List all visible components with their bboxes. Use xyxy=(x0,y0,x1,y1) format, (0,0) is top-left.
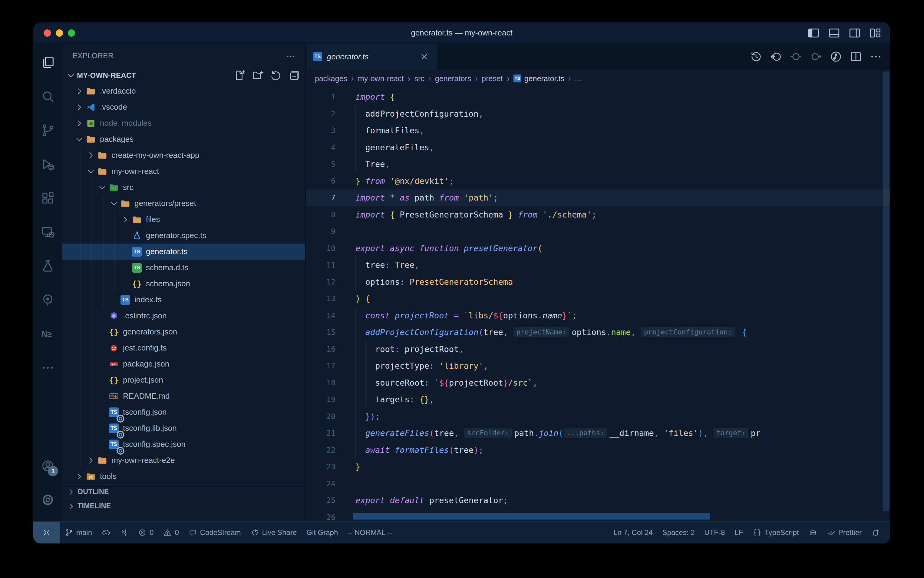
timeline-section[interactable]: TIMELINE xyxy=(62,498,305,513)
git-graph-view-button[interactable] xyxy=(830,50,842,63)
chevron-right-icon[interactable] xyxy=(86,455,97,466)
tab-generator-ts[interactable]: TS generator.ts xyxy=(306,44,437,70)
tree-item-generators-json[interactable]: {}generators.json xyxy=(62,324,305,340)
tree-item-node-modules[interactable]: JSnode_modules xyxy=(62,115,305,131)
status-problems-warnings[interactable]: 0 xyxy=(159,522,183,544)
tree-item-generator-spec-ts[interactable]: generator.spec.ts xyxy=(62,227,305,244)
chevron-down-icon[interactable] xyxy=(97,182,108,193)
new-file-button[interactable] xyxy=(234,69,246,81)
status-prettier[interactable]: Prettier xyxy=(822,522,866,544)
breadcrumb-item-generators[interactable]: generators xyxy=(435,74,471,83)
tree-item-package-json[interactable]: npmpackage.json xyxy=(62,356,305,372)
status-copilot[interactable] xyxy=(804,522,822,544)
activity-item-remote-explorer[interactable] xyxy=(33,215,62,249)
chevron-right-icon[interactable] xyxy=(74,471,86,482)
workspace-section-header[interactable]: MY-OWN-REACT xyxy=(62,68,305,83)
horizontal-scrollbar[interactable] xyxy=(353,513,710,520)
tree-item-my-own-react[interactable]: my-own-react xyxy=(62,163,305,179)
customize-layout-button[interactable] xyxy=(869,27,882,39)
outline-section[interactable]: OUTLINE xyxy=(62,484,305,498)
activity-item-nx-console[interactable]: N≥ xyxy=(33,317,62,351)
status-vim-mode[interactable]: -- NORMAL -- xyxy=(343,522,397,544)
chevron-right-icon[interactable] xyxy=(74,118,86,129)
tree-item--eslintrc-json[interactable]: .eslintrc.json xyxy=(62,308,305,324)
status-notifications[interactable] xyxy=(866,522,885,544)
tree-item--verdaccio[interactable]: .verdaccio xyxy=(62,83,305,99)
navigate-back-button[interactable] xyxy=(770,50,782,63)
tree-item-my-own-react-e2e[interactable]: my-own-react-e2e xyxy=(62,452,305,468)
tree-item-schema-json[interactable]: {}schema.json xyxy=(62,276,305,292)
tree-item-schema-d-ts[interactable]: TSschema.d.ts xyxy=(62,260,305,276)
navigate-forward-button[interactable] xyxy=(809,50,822,63)
breadcrumb-item-my-own-react[interactable]: my-own-react xyxy=(358,74,404,83)
chevron-right-icon[interactable] xyxy=(120,214,131,225)
tree-item-generators-preset[interactable]: generators/preset xyxy=(62,195,305,211)
code-editor[interactable]: 1import {2 addProjectConfiguration,3 for… xyxy=(306,87,890,521)
more-actions-button[interactable] xyxy=(869,50,882,63)
chevron-right-icon[interactable] xyxy=(74,86,86,97)
status-live-share[interactable]: Live Share xyxy=(246,522,301,544)
navigate-none-button[interactable] xyxy=(790,50,802,63)
status-codestream[interactable]: CodeStream xyxy=(184,522,246,544)
status-cursor-position[interactable]: Ln 7, Col 24 xyxy=(608,522,657,544)
status-eol[interactable]: LF xyxy=(730,522,748,544)
tree-item-tsconfig-lib-json[interactable]: TStsconfig.lib.json xyxy=(62,420,305,436)
status-publish-changes[interactable] xyxy=(97,522,115,544)
chevron-right-icon[interactable] xyxy=(74,102,86,113)
tree-item-tsconfig-spec-json[interactable]: TStsconfig.spec.json xyxy=(62,436,305,452)
tree-item-files[interactable]: files xyxy=(62,211,305,227)
toggle-primary-sidebar-button[interactable] xyxy=(807,27,820,39)
new-folder-button[interactable] xyxy=(252,69,264,81)
tree-item--vscode[interactable]: .vscode xyxy=(62,99,305,115)
activity-item-search[interactable] xyxy=(33,80,62,113)
activity-item-gitlens[interactable] xyxy=(33,283,62,317)
close-tab-icon[interactable] xyxy=(419,52,429,62)
close-window-button[interactable] xyxy=(44,29,51,37)
breadcrumb-item-src[interactable]: src xyxy=(414,74,424,83)
chevron-down-icon[interactable] xyxy=(109,198,120,209)
minimize-window-button[interactable] xyxy=(56,29,63,37)
tree-item-project-json[interactable]: {}project.json xyxy=(62,372,305,388)
breadcrumb-file[interactable]: TSgenerator.ts xyxy=(513,74,564,83)
tree-item-tools[interactable]: tools xyxy=(62,468,305,484)
tree-item-jest-config-ts[interactable]: jest.config.ts xyxy=(62,340,305,356)
status-problems-errors[interactable]: 0 xyxy=(133,522,159,544)
chevron-right-icon[interactable] xyxy=(86,150,97,161)
activity-item-testing[interactable] xyxy=(33,249,62,283)
chevron-down-icon[interactable] xyxy=(86,166,97,177)
status-remote-indicator[interactable] xyxy=(33,522,60,544)
toggle-secondary-sidebar-button[interactable] xyxy=(848,27,861,39)
status-git-branch[interactable]: main xyxy=(60,522,97,544)
tree-item-src[interactable]: ‹›src xyxy=(62,179,305,195)
status-indentation[interactable]: Spaces: 2 xyxy=(658,522,700,544)
refresh-explorer-button[interactable] xyxy=(270,69,282,81)
status-encoding[interactable]: UTF-8 xyxy=(699,522,730,544)
toggle-panel-button[interactable] xyxy=(828,27,840,39)
activity-item-explorer[interactable] xyxy=(33,45,62,80)
settings-button[interactable] xyxy=(33,483,62,517)
local-history-button[interactable] xyxy=(749,50,762,63)
vertical-scrollbar[interactable] xyxy=(883,71,890,511)
status-language-mode[interactable]: {}TypeScript xyxy=(748,522,804,544)
accounts-button[interactable]: 1 xyxy=(33,449,62,483)
status-compare-changes[interactable] xyxy=(115,522,133,544)
explorer-more-icon[interactable]: ⋯ xyxy=(286,50,296,61)
tree-item-readme-md[interactable]: README.md xyxy=(62,388,305,404)
split-editor-button[interactable] xyxy=(850,50,862,63)
tree-item-packages[interactable]: packages xyxy=(62,131,305,147)
activity-item-extensions[interactable] xyxy=(33,181,62,215)
tree-item-generator-ts[interactable]: TSgenerator.ts xyxy=(62,244,305,260)
collapse-folders-button[interactable] xyxy=(288,69,300,81)
tree-item-tsconfig-json[interactable]: TStsconfig.json xyxy=(62,404,305,420)
zoom-window-button[interactable] xyxy=(68,29,75,37)
activity-item-source-control[interactable] xyxy=(33,113,62,147)
activity-item-more-views[interactable] xyxy=(33,351,62,385)
tree-item-index-ts[interactable]: TSindex.ts xyxy=(62,292,305,308)
status-git-graph[interactable]: Git Graph xyxy=(301,522,343,544)
breadcrumb-item-preset[interactable]: preset xyxy=(482,74,503,83)
chevron-down-icon[interactable] xyxy=(74,134,86,145)
tree-item-create-my-own-react-app[interactable]: create-my-own-react-app xyxy=(62,147,305,163)
token: } xyxy=(356,176,360,186)
breadcrumb-item-packages[interactable]: packages xyxy=(315,74,347,83)
activity-item-run-debug[interactable] xyxy=(33,147,62,181)
